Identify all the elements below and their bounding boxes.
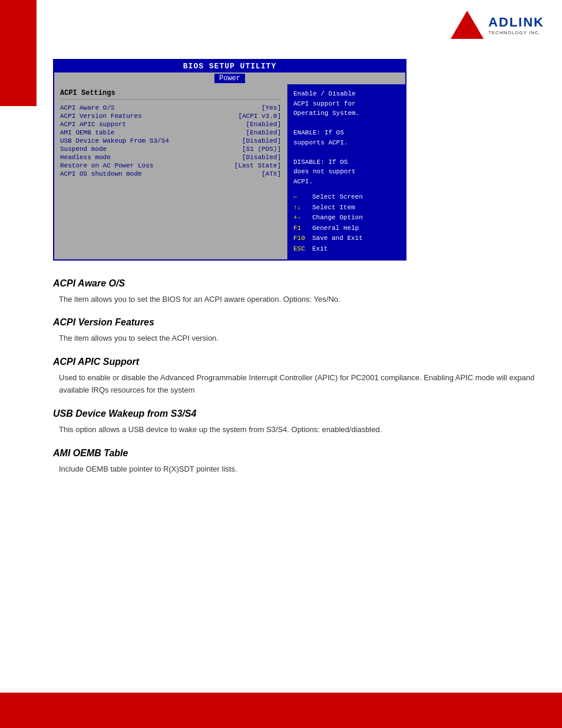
bios-item-label: Restore on AC Power Loss [60,162,153,169]
bios-item-label: ACPI Aware O/S [60,104,114,111]
bios-key-desc: Exit [312,244,328,255]
bios-key-row: +- Change Option [293,213,399,223]
bios-key-desc: Select Item [312,203,355,213]
bios-key-desc: Change Option [312,213,363,223]
bios-item-value: [S1 (POS)] [242,146,281,153]
bios-key-desc: General Help [312,223,359,234]
bios-key-updown: ↑↓ [293,203,310,213]
bios-key-row: ESC Exit [293,244,399,255]
bios-nav-bar: Power [54,73,405,84]
bios-item-value: [Enabled] [246,129,281,136]
bios-section-title: ACPI Settings [60,89,281,100]
section-body-acpi-aware: The item allows you to set the BIOS for … [59,294,538,306]
bios-key-row: F1 General Help [293,223,399,234]
bios-item-value: [Enabled] [246,121,281,128]
logo-area: ADLINK TECHNOLOGY INC. [451,11,544,39]
bios-item-label: AMI OEMB table [60,129,114,136]
main-content: BIOS SETUP UTILITY Power ACPI Settings A… [53,59,538,475]
bios-item-acpi-version[interactable]: ACPI Version Features [ACPI v3.0] [60,113,281,120]
bios-right-panel: Enable / Disable ACPI support for Operat… [287,84,405,259]
bios-nav-tab-power[interactable]: Power [214,74,245,83]
bios-item-label: ACPI Version Features [60,113,142,120]
bios-left-panel: ACPI Settings ACPI Aware O/S [Yes] ACPI … [54,84,287,259]
bios-keys: ← Select Screen ↑↓ Select Item +- Change… [293,192,399,255]
bios-item-value: [Yes] [262,104,281,111]
bottom-stripe [0,693,562,728]
bios-key-desc: Save and Exit [312,233,363,244]
logo-tagline: TECHNOLOGY INC. [488,30,541,35]
section-body-usb-wakeup: This option allows a USB device to wake … [59,424,538,436]
left-stripe [0,0,37,106]
bios-key-row: F10 Save and Exit [293,233,399,244]
bios-key-plusminus: +- [293,213,310,223]
bios-item-label: USB Device Wakeup From S3/S4 [60,137,169,144]
bios-item-value: [Disabled] [242,154,281,161]
bios-item-restore-power[interactable]: Restore on AC Power Loss [Last State] [60,162,281,169]
section-heading-usb-wakeup: USB Device Wakeup from S3/S4 [53,409,538,419]
bios-key-row: ↑↓ Select Item [293,203,399,213]
bios-item-headless-mode[interactable]: Headless mode [Disabled] [60,154,281,161]
bios-item-label: Suspend mode [60,146,107,153]
section-body-ami-oemb: Include OEMB table pointer to R(X)SDT po… [59,463,538,476]
section-body-acpi-apic: Used to enable or disable the Advanced P… [59,372,538,397]
bios-item-label: Headless mode [60,154,111,161]
bios-item-label: ACPI OS shutdown mode [60,170,142,177]
bios-key-left: ← [293,192,310,203]
bios-item-acpi-shutdown[interactable]: ACPI OS shutdown mode [ATX] [60,170,281,177]
section-heading-acpi-aware: ACPI Aware O/S [53,278,538,289]
bios-setup-box: BIOS SETUP UTILITY Power ACPI Settings A… [53,59,406,261]
bios-item-value: [Last State] [234,162,281,169]
bios-item-value: [ATX] [262,170,281,177]
bios-key-f1: F1 [293,223,310,234]
bios-item-value: [ACPI v3.0] [238,113,281,120]
bios-key-esc: ESC [293,244,310,255]
bios-item-acpi-apic[interactable]: ACPI APIC support [Enabled] [60,121,281,128]
section-heading-acpi-apic: ACPI APIC Support [53,357,538,367]
logo-text: ADLINK TECHNOLOGY INC. [488,15,544,35]
bios-item-ami-oemb[interactable]: AMI OEMB table [Enabled] [60,129,281,136]
section-body-acpi-version: The item allows you to select the ACPI v… [59,332,538,345]
bios-title: BIOS SETUP UTILITY [183,62,276,71]
bios-item-usb-wakeup[interactable]: USB Device Wakeup From S3/S4 [Disabled] [60,137,281,144]
bios-item-label: ACPI APIC support [60,121,126,128]
bios-help-text: Enable / Disable ACPI support for Operat… [293,89,399,186]
logo-adlink-name: ADLINK [488,15,544,30]
bios-item-value: [Disabled] [242,137,281,144]
bios-title-bar: BIOS SETUP UTILITY [54,60,405,73]
bios-key-desc: Select Screen [312,192,363,203]
bios-item-suspend-mode[interactable]: Suspend mode [S1 (POS)] [60,146,281,153]
section-heading-acpi-version: ACPI Version Features [53,317,538,328]
bios-body: ACPI Settings ACPI Aware O/S [Yes] ACPI … [54,84,405,259]
logo-triangle-icon [451,11,484,39]
bios-item-acpi-aware[interactable]: ACPI Aware O/S [Yes] [60,104,281,111]
bios-key-row: ← Select Screen [293,192,399,203]
section-heading-ami-oemb: AMI OEMB Table [53,448,538,459]
bios-key-f10: F10 [293,233,310,244]
